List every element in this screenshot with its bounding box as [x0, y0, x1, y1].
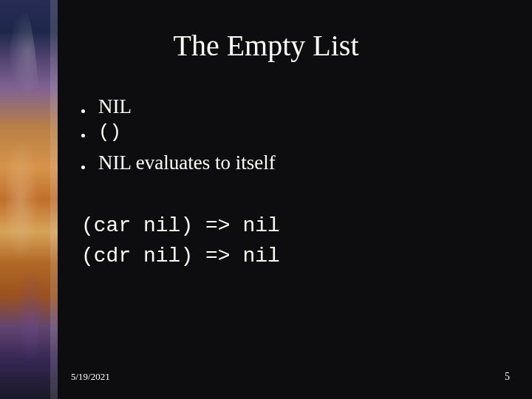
- bullet-dot-icon: [81, 166, 85, 169]
- footer-date: 5/19/2021: [71, 371, 110, 383]
- bullet-item: (): [81, 120, 495, 146]
- bullet-text: NIL evaluates to itself: [98, 149, 276, 176]
- bullet-item: NIL: [81, 93, 495, 120]
- code-line: (cdr nil) => nil: [81, 245, 280, 267]
- slide-body: NIL () NIL evaluates to itself (car nil)…: [81, 93, 495, 271]
- slide-title: The Empty List: [0, 28, 532, 63]
- footer-page-number: 5: [505, 371, 510, 383]
- bullet-item: NIL evaluates to itself: [81, 149, 495, 176]
- bullet-text: (): [98, 120, 121, 146]
- code-line: (car nil) => nil: [81, 214, 280, 237]
- bullet-text: NIL: [98, 93, 132, 120]
- bullet-dot-icon: [81, 109, 85, 113]
- bullet-dot-icon: [81, 134, 85, 137]
- code-block: (car nil) => nil (cdr nil) => nil: [81, 211, 495, 271]
